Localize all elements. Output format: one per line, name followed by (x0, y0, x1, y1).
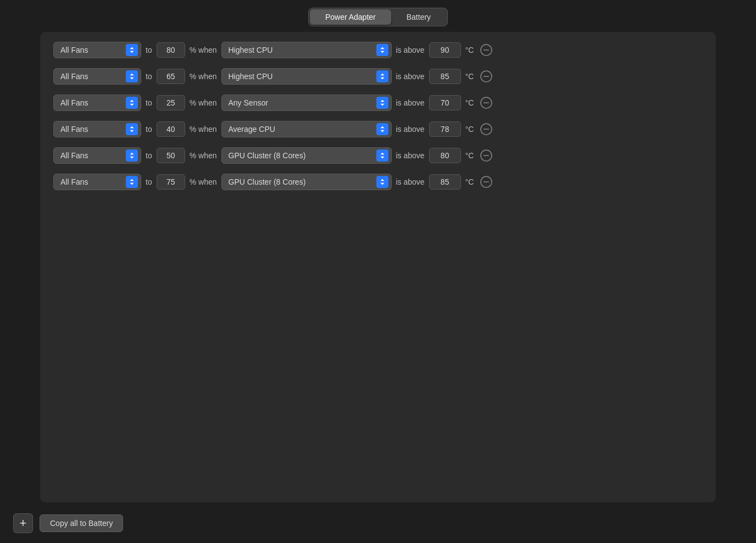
remove-rule-button-5[interactable] (478, 176, 494, 188)
is-above-label-3: is above (396, 125, 425, 134)
sensor-select-3[interactable]: Average CPU (221, 121, 392, 137)
celsius-label-0: °C (465, 46, 474, 54)
is-above-label-2: is above (396, 98, 425, 107)
fan-select-1[interactable]: All Fans (53, 68, 141, 85)
percent-input-1[interactable] (157, 69, 185, 84)
fan-select-wrapper-0: All Fans (53, 42, 141, 58)
sensor-select-4[interactable]: GPU Cluster (8 Cores) (221, 147, 392, 164)
fan-select-wrapper-4: All Fans (53, 147, 141, 164)
percent-when-label-4: % when (190, 151, 217, 160)
fan-select-wrapper-2: All Fans (53, 95, 141, 111)
rule-row: All Fans to % when Any Sensor (53, 95, 703, 111)
sensor-select-2[interactable]: Any Sensor (221, 95, 392, 111)
percent-input-4[interactable] (157, 148, 185, 163)
celsius-label-2: °C (465, 98, 474, 107)
fan-select-5[interactable]: All Fans (53, 174, 141, 190)
percent-input-0[interactable] (157, 42, 185, 58)
main-content: All Fans to % when Highest CPU (40, 32, 716, 502)
percent-when-label-3: % when (190, 125, 217, 134)
sensor-select-wrapper-2: Any Sensor (221, 95, 392, 111)
remove-rule-button-1[interactable] (478, 70, 494, 82)
rule-row: All Fans to % when Highest CPU (53, 68, 703, 85)
to-label-5: to (146, 178, 152, 186)
bottom-bar: + Copy all to Battery (0, 508, 756, 543)
celsius-label-4: °C (465, 151, 474, 160)
sensor-select-wrapper-0: Highest CPU (221, 42, 392, 58)
temp-input-0[interactable] (429, 42, 461, 58)
temp-input-4[interactable] (429, 148, 461, 163)
percent-input-2[interactable] (157, 95, 185, 110)
remove-rule-button-4[interactable] (478, 149, 494, 162)
add-rule-button[interactable]: + (13, 513, 33, 533)
fan-select-4[interactable]: All Fans (53, 147, 141, 164)
temp-input-3[interactable] (429, 121, 461, 137)
is-above-label-5: is above (396, 178, 425, 186)
percent-input-5[interactable] (157, 174, 185, 190)
remove-rule-button-3[interactable] (478, 123, 494, 135)
fan-select-wrapper-3: All Fans (53, 121, 141, 137)
percent-when-label-5: % when (190, 178, 217, 186)
fan-select-3[interactable]: All Fans (53, 121, 141, 137)
celsius-label-5: °C (465, 178, 474, 186)
percent-when-label-0: % when (190, 46, 217, 54)
rule-row: All Fans to % when GPU Cluster (8 Cores) (53, 147, 703, 164)
percent-input-3[interactable] (157, 121, 185, 137)
fan-select-2[interactable]: All Fans (53, 95, 141, 111)
rule-row: All Fans to % when Highest CPU (53, 42, 703, 58)
tab-segment: Power Adapter Battery (308, 8, 448, 26)
to-label-3: to (146, 125, 152, 134)
is-above-label-4: is above (396, 151, 425, 160)
rule-row: All Fans to % when GPU Cluster (8 Cores) (53, 174, 703, 190)
temp-input-1[interactable] (429, 69, 461, 84)
sensor-select-0[interactable]: Highest CPU (221, 42, 392, 58)
sensor-select-wrapper-5: GPU Cluster (8 Cores) (221, 174, 392, 190)
sensor-select-1[interactable]: Highest CPU (221, 68, 392, 85)
sensor-select-5[interactable]: GPU Cluster (8 Cores) (221, 174, 392, 190)
tab-bar: Power Adapter Battery (0, 0, 756, 26)
to-label-1: to (146, 72, 152, 81)
sensor-select-wrapper-3: Average CPU (221, 121, 392, 137)
is-above-label-0: is above (396, 46, 425, 54)
remove-rule-button-2[interactable] (478, 97, 494, 109)
temp-input-5[interactable] (429, 174, 461, 190)
celsius-label-3: °C (465, 125, 474, 134)
fan-select-0[interactable]: All Fans (53, 42, 141, 58)
remove-rule-button-0[interactable] (478, 44, 494, 56)
fan-select-wrapper-5: All Fans (53, 174, 141, 190)
sensor-select-wrapper-4: GPU Cluster (8 Cores) (221, 147, 392, 164)
copy-all-to-battery-button[interactable]: Copy all to Battery (40, 514, 123, 532)
percent-when-label-2: % when (190, 98, 217, 107)
tab-power-adapter[interactable]: Power Adapter (310, 9, 391, 25)
celsius-label-1: °C (465, 72, 474, 81)
sensor-select-wrapper-1: Highest CPU (221, 68, 392, 85)
to-label-0: to (146, 46, 152, 54)
temp-input-2[interactable] (429, 95, 461, 110)
rule-row: All Fans to % when Average CPU (53, 121, 703, 137)
tab-battery[interactable]: Battery (391, 9, 446, 25)
to-label-4: to (146, 151, 152, 160)
fan-select-wrapper-1: All Fans (53, 68, 141, 85)
is-above-label-1: is above (396, 72, 425, 81)
to-label-2: to (146, 98, 152, 107)
percent-when-label-1: % when (190, 72, 217, 81)
